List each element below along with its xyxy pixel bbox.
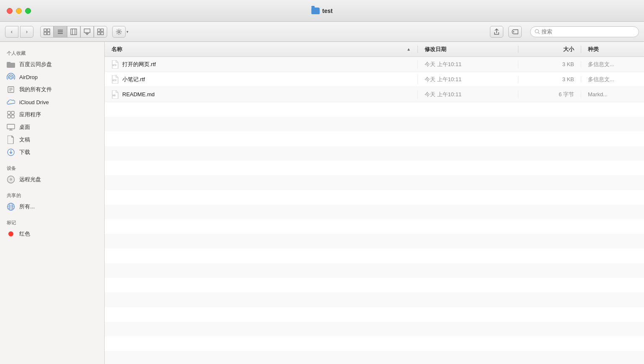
maximize-button[interactable]	[25, 8, 31, 14]
svg-text:RTF: RTF	[113, 64, 117, 67]
grid-icon	[44, 28, 50, 35]
sidebar-item-label: 下载	[19, 149, 30, 156]
sidebar-section-devices: 设备	[0, 162, 104, 173]
svg-point-37	[9, 177, 13, 182]
search-input[interactable]	[541, 28, 634, 35]
toolbar: ‹ ›	[0, 22, 644, 42]
col-header-name[interactable]: 名称 ▲	[105, 46, 418, 53]
file-size: 6 字节	[518, 91, 581, 98]
svg-rect-13	[98, 29, 100, 31]
file-type: 多信息文...	[581, 76, 644, 83]
tag-button[interactable]	[508, 26, 522, 38]
col-header-type[interactable]: 种类	[581, 46, 644, 53]
sidebar-item-label: 所有...	[19, 203, 35, 210]
sort-arrow-up: ▲	[407, 47, 411, 51]
file-name-cell: RTF 小笔记.rtf	[105, 75, 418, 84]
files-icon	[7, 85, 15, 94]
search-icon	[535, 29, 540, 34]
minimize-button[interactable]	[16, 8, 22, 14]
rtf-file-icon: RTF	[111, 75, 119, 84]
view-icon-button[interactable]	[40, 26, 54, 38]
svg-line-20	[538, 33, 539, 34]
view-group-button[interactable]	[94, 26, 107, 38]
sidebar-item-remote-disc[interactable]: 远程光盘	[0, 173, 104, 186]
view-columns-button[interactable]	[67, 26, 80, 38]
empty-rows	[105, 102, 644, 364]
close-button[interactable]	[7, 8, 13, 14]
settings-chevron: ▾	[126, 30, 129, 34]
sidebar-item-airdrop[interactable]: AirDrop	[0, 71, 104, 83]
globe-icon	[7, 203, 15, 211]
svg-point-17	[118, 31, 120, 33]
table-row[interactable]: RTF 小笔记.rtf 今天 上午10:11 3 KB 多信息文...	[105, 72, 644, 87]
window-controls	[7, 8, 31, 14]
sidebar-section-personal: 个人收藏	[0, 47, 104, 58]
folder-icon	[312, 8, 320, 14]
view-list-button[interactable]	[54, 26, 67, 38]
svg-rect-26	[8, 111, 10, 114]
file-date: 今天 上午10:11	[418, 91, 518, 98]
table-row[interactable]: RTF 打开的网页.rtf 今天 上午10:11 3 KB 多信息文...	[105, 57, 644, 72]
back-icon: ‹	[11, 28, 13, 35]
svg-rect-29	[11, 115, 14, 118]
sidebar-item-all-files[interactable]: 我的所有文件	[0, 83, 104, 96]
settings-button[interactable]	[112, 26, 126, 38]
columns-icon	[70, 28, 77, 35]
sidebar-item-label: AirDrop	[19, 74, 38, 80]
sidebar-item-desktop[interactable]: 桌面	[0, 121, 104, 133]
file-list-container: 名称 ▲ 修改日期 大小 种类 RTF 打开的网页.rtf 今天 上午10:11	[105, 42, 644, 364]
sidebar-item-icloud-drive[interactable]: iCloud Drive	[0, 96, 104, 108]
svg-rect-0	[44, 29, 46, 31]
sidebar-item-applications[interactable]: 应用程序	[0, 108, 104, 121]
view-cover-button[interactable]	[80, 26, 94, 38]
file-size: 3 KB	[518, 76, 581, 82]
downloads-icon	[7, 148, 15, 156]
cloud-icon	[7, 98, 15, 106]
svg-text:RTF: RTF	[113, 79, 117, 82]
sidebar-section-tags: 标记	[0, 216, 104, 228]
rtf-file-icon: RTF	[111, 60, 119, 69]
svg-rect-27	[11, 111, 14, 114]
svg-rect-2	[44, 32, 46, 35]
gear-icon	[116, 28, 122, 35]
sidebar-item-label: 百度云同步盘	[19, 61, 52, 68]
svg-rect-1	[47, 29, 50, 31]
search-bar[interactable]	[530, 26, 639, 37]
sidebar-item-baidu-cloud[interactable]: 百度云同步盘	[0, 58, 104, 71]
file-type: 多信息文...	[581, 61, 644, 68]
file-date: 今天 上午10:11	[418, 76, 518, 83]
col-header-date[interactable]: 修改日期	[418, 46, 518, 53]
file-name: README.md	[122, 91, 155, 97]
sidebar-item-label: iCloud Drive	[19, 99, 49, 105]
share-button[interactable]	[490, 26, 503, 38]
settings-dropdown[interactable]: ▾	[112, 26, 129, 38]
sidebar-item-label: 应用程序	[19, 111, 41, 118]
sidebar-item-all-shared[interactable]: 所有...	[0, 200, 104, 213]
sidebar-item-label: 文稿	[19, 136, 30, 144]
sidebar-item-red-tag[interactable]: 红色	[0, 228, 104, 240]
sidebar-item-documents[interactable]: 文稿	[0, 133, 104, 146]
table-row[interactable]: MD README.md 今天 上午10:11 6 字节 Markd...	[105, 87, 644, 102]
sidebar-item-downloads[interactable]: 下载	[0, 146, 104, 159]
folder-icon	[7, 60, 15, 69]
forward-icon: ›	[26, 28, 28, 35]
apps-icon	[7, 110, 15, 119]
sidebar-item-label: 桌面	[19, 123, 30, 131]
window-title: test	[312, 8, 333, 14]
group-icon	[97, 28, 104, 35]
svg-rect-16	[101, 32, 103, 35]
file-name-cell: RTF 打开的网页.rtf	[105, 60, 418, 69]
red-tag-icon	[7, 230, 15, 238]
documents-icon	[7, 136, 15, 144]
forward-button[interactable]: ›	[20, 26, 33, 38]
back-button[interactable]: ‹	[5, 26, 18, 38]
svg-rect-15	[98, 32, 100, 35]
sidebar-item-label: 我的所有文件	[19, 86, 52, 93]
sidebar-section-shared: 共享的	[0, 189, 104, 200]
svg-rect-10	[84, 29, 90, 33]
file-type: Markd...	[581, 91, 644, 97]
svg-rect-30	[7, 124, 15, 129]
tag-icon	[511, 29, 519, 35]
col-header-size[interactable]: 大小	[518, 46, 581, 53]
list-icon	[57, 28, 64, 35]
